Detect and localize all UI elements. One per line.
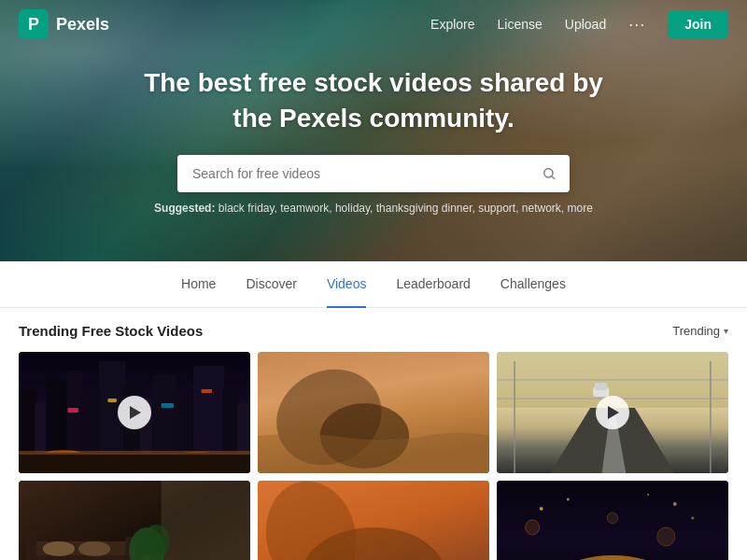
interior-svg xyxy=(19,481,250,560)
tab-challenges[interactable]: Challenges xyxy=(500,262,566,308)
svg-point-62 xyxy=(657,527,675,546)
orange-svg xyxy=(258,481,489,560)
svg-rect-24 xyxy=(19,451,250,455)
tab-videos[interactable]: Videos xyxy=(327,262,367,308)
join-button[interactable]: Join xyxy=(668,10,728,38)
svg-point-59 xyxy=(691,517,694,520)
video-thumbnail-4 xyxy=(19,481,250,560)
section-header: Trending Free Stock Videos Trending ▾ xyxy=(19,323,728,339)
svg-point-60 xyxy=(647,494,649,496)
video-thumbnail-2 xyxy=(258,352,489,473)
header: P Pexels Explore License Upload ··· Join xyxy=(0,0,747,49)
search-button[interactable] xyxy=(529,166,570,181)
svg-point-63 xyxy=(607,512,617,524)
logo-icon: P xyxy=(19,9,49,39)
hero-title: The best free stock videos shared by the… xyxy=(144,65,603,136)
video-thumb-6[interactable] xyxy=(497,481,728,560)
play-button-3[interactable] xyxy=(596,396,629,429)
search-icon xyxy=(542,166,557,181)
svg-rect-21 xyxy=(162,403,174,408)
svg-point-58 xyxy=(673,502,677,506)
suggested-terms: Suggested: black friday, teamwork, holid… xyxy=(154,202,593,215)
svg-point-46 xyxy=(144,525,171,558)
trending-dropdown[interactable]: Trending ▾ xyxy=(672,324,728,338)
video-thumb-1[interactable] xyxy=(19,352,250,473)
header-nav: Explore License Upload ··· Join xyxy=(430,10,728,38)
video-grid xyxy=(19,352,728,560)
video-thumbnail-6 xyxy=(497,481,728,560)
more-menu-icon[interactable]: ··· xyxy=(628,15,645,35)
video-thumb-2[interactable] xyxy=(258,352,489,473)
tab-nav: Home Discover Videos Leaderboard Challen… xyxy=(0,261,747,308)
videos-section: Trending Free Stock Videos Trending ▾ xyxy=(0,308,747,560)
nav-explore[interactable]: Explore xyxy=(430,17,474,32)
search-bar xyxy=(177,155,570,192)
svg-rect-19 xyxy=(67,408,78,413)
svg-rect-39 xyxy=(162,481,250,560)
chevron-down-icon: ▾ xyxy=(724,326,728,336)
svg-line-1 xyxy=(552,176,555,179)
play-icon-3 xyxy=(608,406,619,419)
play-button-1[interactable] xyxy=(118,396,151,429)
brand-name: Pexels xyxy=(56,15,109,35)
tab-discover[interactable]: Discover xyxy=(246,262,296,308)
svg-point-57 xyxy=(567,498,570,501)
svg-rect-42 xyxy=(26,537,36,560)
nav-upload[interactable]: Upload xyxy=(565,17,606,32)
svg-point-56 xyxy=(540,507,543,511)
svg-point-48 xyxy=(78,541,110,556)
play-icon-1 xyxy=(130,406,141,419)
svg-rect-20 xyxy=(107,399,117,402)
nav-license[interactable]: License xyxy=(498,17,543,32)
tab-leaderboard[interactable]: Leaderboard xyxy=(396,262,470,308)
night-lights-svg xyxy=(497,481,728,560)
video-thumb-5[interactable] xyxy=(258,481,489,560)
search-input[interactable] xyxy=(177,155,529,192)
svg-point-61 xyxy=(526,520,540,535)
tab-home[interactable]: Home xyxy=(181,262,216,308)
video-thumb-4[interactable] xyxy=(19,481,250,560)
logo[interactable]: P Pexels xyxy=(19,9,109,39)
section-title: Trending Free Stock Videos xyxy=(19,323,203,339)
video-thumb-3[interactable] xyxy=(497,352,728,473)
svg-point-47 xyxy=(43,541,75,556)
video-thumbnail-5 xyxy=(258,481,489,560)
desert-svg xyxy=(258,352,489,473)
svg-rect-23 xyxy=(19,453,250,473)
svg-rect-22 xyxy=(202,389,212,393)
svg-point-0 xyxy=(544,168,553,176)
trending-label: Trending xyxy=(672,324,720,338)
svg-rect-33 xyxy=(595,383,607,390)
